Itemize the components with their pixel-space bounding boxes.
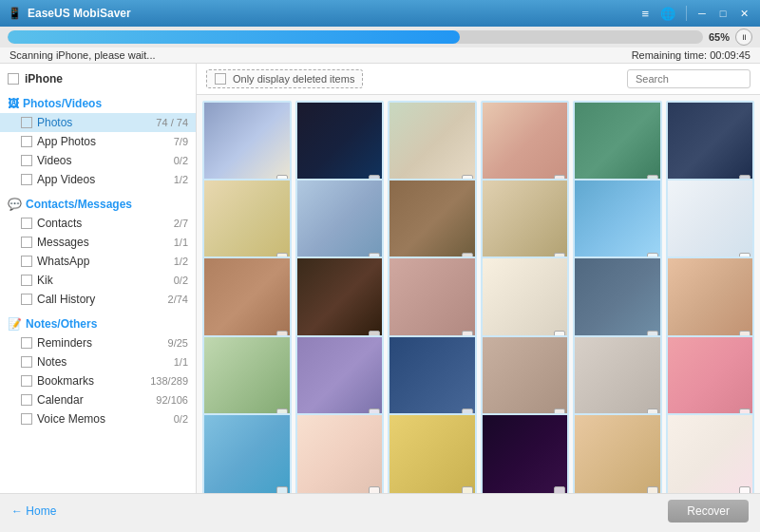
videos-checkbox[interactable] <box>21 155 32 166</box>
sidebar-section-photos-videos: 🖼 Photos/Videos Photos 74 / 74 App Photo… <box>0 94 196 189</box>
sidebar-item-call-history[interactable]: Call History 2/74 <box>0 290 196 309</box>
sidebar-item-app-videos[interactable]: App Videos 1/2 <box>0 170 196 189</box>
sidebar-item-messages[interactable]: Messages 1/1 <box>0 233 196 252</box>
iphone-label: iPhone <box>25 72 63 86</box>
photo-item[interactable] <box>573 179 662 268</box>
messages-checkbox[interactable] <box>21 237 32 248</box>
sidebar-item-kik[interactable]: Kik 0/2 <box>0 271 196 290</box>
photo-item[interactable] <box>388 101 477 190</box>
sidebar-section-notes-others: 📝 Notes/Others Reminders 9/25 Notes 1/1 … <box>0 314 196 428</box>
sidebar-item-reminders[interactable]: Reminders 9/25 <box>0 333 196 352</box>
close-button[interactable]: ✕ <box>735 5 752 22</box>
app-videos-label: App Videos <box>37 173 174 186</box>
kik-count: 0/2 <box>174 275 188 286</box>
photo-checkbox[interactable] <box>276 486 288 493</box>
contacts-checkbox[interactable] <box>21 218 32 229</box>
photo-item[interactable] <box>295 179 385 268</box>
sidebar-item-calendar[interactable]: Calendar 92/106 <box>0 390 196 409</box>
photo-item[interactable] <box>295 101 385 190</box>
content-area: Only display deleted items <box>197 64 760 493</box>
photo-item[interactable] <box>666 256 755 346</box>
photo-checkbox[interactable] <box>554 486 565 493</box>
minimize-button[interactable]: ─ <box>694 5 711 22</box>
bookmarks-checkbox[interactable] <box>21 375 32 387</box>
photo-item[interactable] <box>388 335 477 425</box>
home-button[interactable]: ← Home <box>11 504 56 518</box>
kik-label: Kik <box>37 274 174 287</box>
contacts-label: Contacts <box>37 217 174 230</box>
app-videos-checkbox[interactable] <box>21 174 32 185</box>
display-deleted-label: Only display deleted items <box>233 73 354 85</box>
notes-checkbox[interactable] <box>21 356 32 368</box>
reminders-count: 9/25 <box>168 337 188 349</box>
photo-item[interactable] <box>573 335 662 425</box>
photo-item[interactable] <box>295 413 385 493</box>
whatsapp-count: 1/2 <box>174 256 188 267</box>
iphone-checkbox[interactable] <box>8 73 19 85</box>
home-label: ← Home <box>11 504 56 518</box>
notes-others-icon: 📝 <box>8 317 22 331</box>
photo-item[interactable] <box>295 256 385 346</box>
sidebar-item-notes[interactable]: Notes 1/1 <box>0 352 196 371</box>
sidebar-item-contacts[interactable]: Contacts 2/7 <box>0 214 196 233</box>
photo-item[interactable] <box>573 256 662 346</box>
photo-item[interactable] <box>481 256 570 346</box>
divider <box>686 6 687 21</box>
voice-memos-checkbox[interactable] <box>21 413 32 425</box>
call-history-checkbox[interactable] <box>21 294 32 305</box>
menu-icon[interactable]: ≡ <box>637 5 653 23</box>
reminders-checkbox[interactable] <box>21 337 32 349</box>
photo-checkbox[interactable] <box>739 486 750 493</box>
photo-item[interactable] <box>388 413 477 493</box>
photo-checkbox[interactable] <box>462 486 473 493</box>
photo-item[interactable] <box>388 256 477 346</box>
pause-button[interactable]: ⏸ <box>735 28 752 46</box>
photo-item[interactable] <box>202 101 292 190</box>
display-deleted-button[interactable]: Only display deleted items <box>206 69 363 88</box>
bottom-bar: ← Home Recover <box>0 493 760 527</box>
kik-checkbox[interactable] <box>21 275 32 286</box>
photo-item[interactable] <box>666 179 755 268</box>
deleted-filter-checkbox[interactable] <box>215 73 226 85</box>
photos-checkbox[interactable] <box>21 117 32 128</box>
photo-item[interactable] <box>666 101 755 190</box>
photo-item[interactable] <box>666 413 755 493</box>
photo-item[interactable] <box>573 413 662 493</box>
sidebar-item-videos[interactable]: Videos 0/2 <box>0 151 196 170</box>
photo-item[interactable] <box>481 101 570 190</box>
photo-item[interactable] <box>202 179 292 268</box>
app-photos-count: 7/9 <box>174 136 188 147</box>
notes-count: 1/1 <box>174 356 188 368</box>
sidebar-item-whatsapp[interactable]: WhatsApp 1/2 <box>0 252 196 271</box>
photo-item[interactable] <box>202 413 292 493</box>
photo-checkbox[interactable] <box>647 486 658 493</box>
progress-bar-bg <box>8 30 703 44</box>
sidebar: iPhone 🖼 Photos/Videos Photos 74 / 74 Ap… <box>0 64 197 493</box>
photo-item[interactable] <box>481 413 570 493</box>
photo-checkbox[interactable] <box>369 486 380 493</box>
globe-icon[interactable]: 🌐 <box>656 5 679 23</box>
photo-item[interactable] <box>295 335 385 425</box>
status-bar: Scanning iPhone, please wait... Remainin… <box>0 48 760 64</box>
section-header-notes-others: 📝 Notes/Others <box>0 314 196 333</box>
photo-item[interactable] <box>202 335 292 425</box>
recover-button[interactable]: Recover <box>668 500 749 522</box>
sidebar-item-voice-memos[interactable]: Voice Memos 0/2 <box>0 409 196 428</box>
whatsapp-checkbox[interactable] <box>21 256 32 267</box>
sidebar-item-photos[interactable]: Photos 74 / 74 <box>0 113 196 132</box>
photo-item[interactable] <box>666 335 755 425</box>
calendar-checkbox[interactable] <box>21 394 32 406</box>
photo-item[interactable] <box>388 179 477 268</box>
search-input[interactable] <box>627 69 750 88</box>
progress-bar-fill <box>8 30 460 44</box>
sidebar-item-app-photos[interactable]: App Photos 7/9 <box>0 132 196 151</box>
photo-item[interactable] <box>481 179 570 268</box>
app-photos-checkbox[interactable] <box>21 136 32 147</box>
photo-item[interactable] <box>573 101 662 190</box>
photo-item[interactable] <box>481 335 570 425</box>
maximize-button[interactable]: □ <box>714 5 732 22</box>
sidebar-item-bookmarks[interactable]: Bookmarks 138/289 <box>0 371 196 390</box>
bookmarks-label: Bookmarks <box>37 374 150 388</box>
main-layout: iPhone 🖼 Photos/Videos Photos 74 / 74 Ap… <box>0 64 760 493</box>
photo-item[interactable] <box>202 256 292 346</box>
